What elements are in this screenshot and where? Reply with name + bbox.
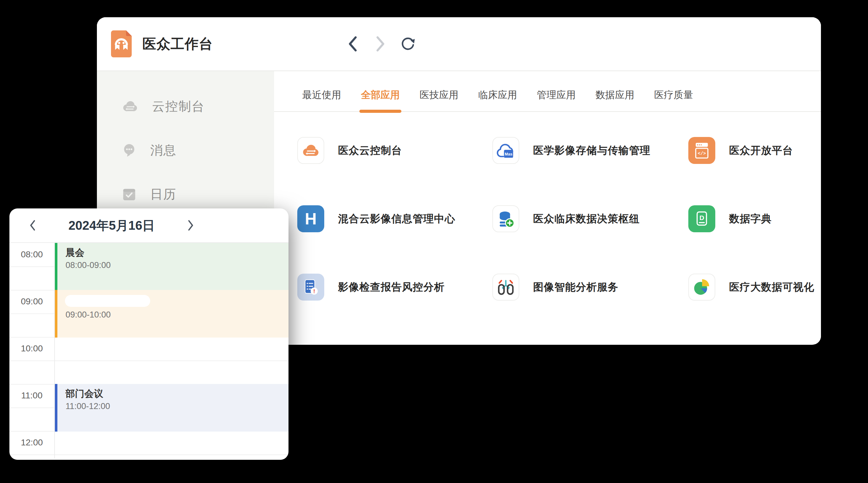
app-pacs[interactable]: Mas 医学影像存储与传输管理 <box>492 137 688 164</box>
chevron-left-icon <box>29 220 37 231</box>
time-label: 09:00 <box>9 296 54 307</box>
sidebar-item-messages[interactable]: 消息 <box>97 128 274 172</box>
event-time: 11:00-12:00 <box>66 401 288 411</box>
calendar-next-day-button[interactable] <box>184 219 197 232</box>
time-label: 11:00 <box>9 390 54 401</box>
app-hybrid-cloud-imaging[interactable]: H 混合云影像信息管理中心 <box>297 205 492 232</box>
message-icon <box>122 142 136 158</box>
svg-text:Mas: Mas <box>504 152 512 156</box>
window-title: 医众工作台 <box>143 35 213 53</box>
event-time: 09:00-10:00 <box>66 310 288 320</box>
app-cloud-console[interactable]: 医众云控制台 <box>297 137 492 164</box>
tab-bar: 最近使用 全部应用 医技应用 临床应用 管理应用 数据应用 医疗质量 <box>274 71 821 112</box>
calendar-event-department-meeting[interactable]: 部门会议 11:00-12:00 <box>55 384 288 431</box>
calendar-popup: 2024年5月16日 08:00 09:00 10:00 11:00 12:00 <box>9 208 288 460</box>
cloud-console-icon <box>122 99 138 113</box>
app-label: 混合云影像信息管理中心 <box>338 212 455 226</box>
nav-controls <box>345 36 416 52</box>
tab-clinical[interactable]: 临床应用 <box>478 88 517 102</box>
time-label: 10:00 <box>9 343 54 354</box>
desktop-background: 医众工作台 <box>0 0 868 483</box>
svg-text:D: D <box>699 214 704 221</box>
app-report-risk-analysis[interactable]: ! 影像检查报告风控分析 <box>297 273 492 300</box>
tab-all-apps[interactable]: 全部应用 <box>361 88 400 102</box>
calendar-date-label: 2024年5月16日 <box>39 217 184 234</box>
calendar-prev-day-button[interactable] <box>26 219 39 232</box>
code-window-icon: </> <box>693 141 711 160</box>
event-title: 晨会 <box>66 247 288 258</box>
dictionary-book-icon: D <box>693 210 711 228</box>
event-time: 08:00-09:00 <box>66 260 288 270</box>
tab-management[interactable]: 管理应用 <box>537 88 576 102</box>
tab-recent[interactable]: 最近使用 <box>302 88 341 102</box>
app-logo-icon <box>111 30 132 57</box>
grid-line <box>9 454 288 455</box>
svg-text:!: ! <box>313 288 315 294</box>
app-image-ai-analysis[interactable]: 图像智能分析服务 <box>492 273 688 300</box>
chevron-right-icon <box>375 36 386 52</box>
letter-h-icon: H <box>305 210 317 228</box>
grid-line <box>9 360 288 361</box>
app-data-dictionary[interactable]: D 数据字典 <box>688 205 821 232</box>
tab-data[interactable]: 数据应用 <box>595 88 634 102</box>
pacs-cloud-icon: Mas <box>496 141 516 160</box>
tab-quality[interactable]: 医疗质量 <box>654 88 693 102</box>
chevron-left-icon <box>347 36 358 52</box>
refresh-button[interactable] <box>400 36 416 52</box>
database-plus-icon <box>497 210 515 228</box>
app-label: 图像智能分析服务 <box>533 280 618 294</box>
sidebar-item-label: 日历 <box>150 186 177 203</box>
app-grid: 医众云控制台 Mas 医学影像存储与传输管理 <box>274 112 821 300</box>
back-button[interactable] <box>345 36 361 52</box>
cloud-settings-icon <box>302 143 320 158</box>
calendar-icon <box>122 187 136 201</box>
app-label: 影像检查报告风控分析 <box>338 280 445 294</box>
event-title: 部门会议 <box>66 388 288 399</box>
sidebar-item-label: 云控制台 <box>152 98 205 115</box>
time-label: 12:00 <box>9 437 54 448</box>
app-label: 医学影像存储与传输管理 <box>533 143 650 158</box>
refresh-icon <box>400 36 416 52</box>
calendar-header: 2024年5月16日 <box>9 208 288 243</box>
sidebar-item-cloud-console[interactable]: 云控制台 <box>97 84 274 128</box>
app-label: 医众云控制台 <box>338 143 402 158</box>
event-title-redacted <box>65 295 150 307</box>
svg-text:</>: </> <box>698 151 706 156</box>
time-label: 08:00 <box>9 249 54 260</box>
app-label: 医疗大数据可视化 <box>729 280 814 294</box>
sidebar-item-label: 消息 <box>150 142 177 159</box>
window-header: 医众工作台 <box>97 17 821 71</box>
app-open-platform[interactable]: </> 医众开放平台 <box>688 137 821 164</box>
content-area: 最近使用 全部应用 医技应用 临床应用 管理应用 数据应用 医疗质量 <box>274 71 821 344</box>
calendar-body: 08:00 09:00 10:00 11:00 12:00 晨会 08:00-0… <box>9 243 288 458</box>
chevron-right-icon <box>187 220 195 231</box>
app-label: 数据字典 <box>729 212 772 226</box>
report-alert-icon: ! <box>302 278 320 296</box>
forward-button[interactable] <box>372 36 389 52</box>
pie-chart-icon <box>692 278 711 296</box>
lungs-icon <box>496 278 515 296</box>
calendar-event-morning-meeting[interactable]: 晨会 08:00-09:00 <box>55 243 288 290</box>
calendar-event-redacted[interactable]: 09:00-10:00 <box>55 290 288 337</box>
app-big-data-visualization[interactable]: 医疗大数据可视化 <box>688 273 821 300</box>
app-label: 医众临床数据决策枢纽 <box>533 212 640 226</box>
tab-medtech[interactable]: 医技应用 <box>420 88 459 102</box>
app-clinical-data-hub[interactable]: 医众临床数据决策枢纽 <box>492 205 688 232</box>
app-label: 医众开放平台 <box>729 143 793 158</box>
